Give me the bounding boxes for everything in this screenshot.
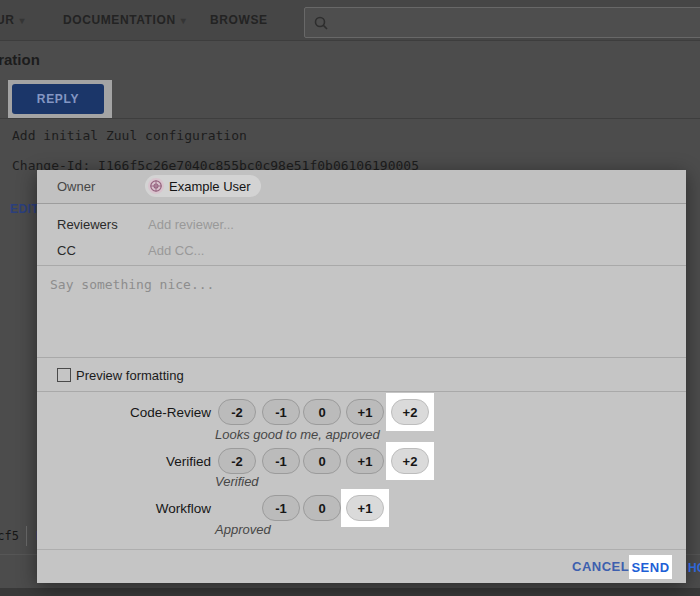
search-box[interactable] [304, 7, 700, 38]
divider [37, 549, 686, 550]
vote-pill-code-review--2[interactable]: -2 [218, 399, 256, 425]
commit-subject: Add initial Zuul configuration [12, 128, 247, 143]
vote-pill-workflow-+1[interactable]: +1 [346, 495, 384, 521]
label-verified: Verified [37, 454, 211, 469]
nav-item-label: BROWSE [210, 13, 268, 27]
chevron-down-icon: ▾ [19, 15, 25, 26]
avatar [148, 178, 164, 194]
vote-pill-code-review-+2[interactable]: +2 [391, 399, 429, 425]
vote-pill-code-review--1[interactable]: -1 [262, 399, 300, 425]
add-reviewer-input[interactable]: Add reviewer... [148, 217, 234, 232]
vote-pill-verified--2[interactable]: -2 [218, 448, 256, 474]
vote-pill-verified--1[interactable]: -1 [262, 448, 300, 474]
vote-pill-workflow-0[interactable]: 0 [303, 495, 341, 521]
owner-name: Example User [169, 179, 251, 194]
cancel-button[interactable]: CANCEL [572, 559, 629, 574]
send-button[interactable]: SEND [629, 555, 672, 579]
preview-formatting-checkbox[interactable] [57, 368, 71, 382]
reply-message-textarea[interactable]: Say something nice... [37, 266, 686, 357]
label-code-review: Code-Review [37, 405, 211, 420]
edit-link[interactable]: EDIT [10, 202, 39, 216]
add-cc-input[interactable]: Add CC... [148, 243, 204, 258]
search-icon [313, 15, 329, 31]
footer-strip [0, 588, 700, 596]
edge-link-partial[interactable]: HO [688, 561, 700, 575]
identicon-icon [148, 178, 164, 194]
vote-pill-workflow--1[interactable]: -1 [262, 495, 300, 521]
nav-item-browse[interactable]: BROWSE [210, 0, 268, 40]
vote-hint-workflow: Approved [215, 522, 271, 537]
message-placeholder: Say something nice... [50, 277, 214, 292]
vote-pill-code-review-+1[interactable]: +1 [346, 399, 384, 425]
nav-item-label: DOCUMENTATION [63, 13, 176, 27]
divider [37, 391, 686, 392]
commit-sha-partial: 8cf5 [0, 529, 19, 543]
reply-button[interactable]: REPLY [12, 84, 104, 114]
label-workflow: Workflow [37, 501, 211, 516]
preview-formatting-label: Preview formatting [76, 368, 184, 383]
reply-dialog: Owner Example User Reviewers Add reviewe… [37, 170, 686, 583]
vote-pill-verified-+1[interactable]: +1 [346, 448, 384, 474]
search-input[interactable] [329, 7, 700, 38]
owner-chip[interactable]: Example User [145, 175, 261, 197]
app-header: OUR ▾ DOCUMENTATION ▾ BROWSE [0, 0, 700, 41]
divider [0, 118, 700, 119]
vote-pill-code-review-0[interactable]: 0 [303, 399, 341, 425]
divider [26, 526, 27, 546]
gerrit-reply-screen: { "colors": { "accent_blue": "#1d5fd6", … [0, 0, 700, 596]
cc-label: CC [57, 243, 76, 258]
vote-pill-verified-0[interactable]: 0 [303, 448, 341, 474]
page-title: uration [0, 51, 40, 68]
nav-item-your[interactable]: OUR ▾ [0, 0, 25, 40]
reviewers-label: Reviewers [57, 217, 118, 232]
owner-label: Owner [57, 179, 95, 194]
vote-hint-verified: Verified [215, 474, 259, 489]
vote-pill-verified-+2[interactable]: +2 [391, 448, 429, 474]
chevron-down-icon: ▾ [181, 15, 187, 26]
preview-formatting-row: Preview formatting [37, 358, 686, 391]
vote-hint-code-review: Looks good to me, approved [215, 427, 380, 442]
owner-row: Owner Example User [37, 170, 686, 204]
nav-item-label: OUR [0, 13, 14, 27]
nav-item-documentation[interactable]: DOCUMENTATION ▾ [63, 0, 186, 40]
